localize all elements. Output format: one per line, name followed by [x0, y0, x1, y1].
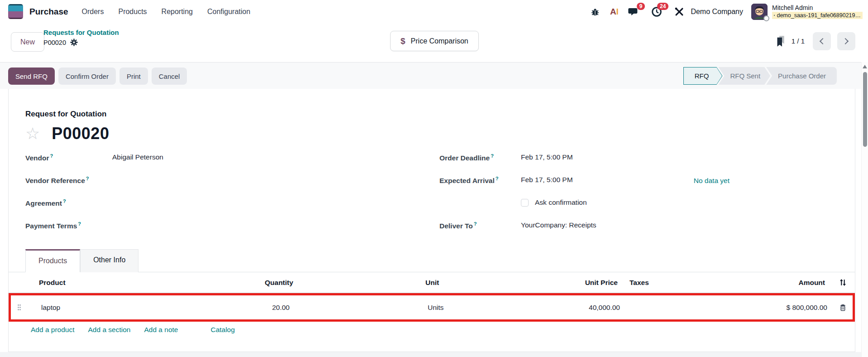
ask-confirmation-checkbox[interactable] — [521, 199, 529, 207]
col-unit-price[interactable]: Unit Price — [539, 279, 618, 287]
form-type-label: Request for Quotation — [25, 110, 838, 119]
cell-product[interactable]: laptop — [27, 304, 267, 312]
send-rfq-button[interactable]: Send RFQ — [8, 68, 55, 85]
col-amount[interactable]: Amount — [672, 279, 830, 287]
activities-clock-icon[interactable]: 24 — [651, 6, 663, 18]
field-payment-terms: Payment Terms? — [25, 219, 424, 242]
deliver-to-value[interactable]: YourCompany: Receipts — [521, 221, 596, 229]
avatar[interactable] — [751, 4, 768, 20]
database-icon — [774, 13, 775, 18]
bottom-strip — [0, 352, 868, 357]
tab-other-info[interactable]: Other Info — [80, 249, 138, 272]
help-icon: ? — [63, 198, 66, 204]
pager-next-button[interactable] — [837, 32, 855, 50]
status-step-rfq[interactable]: RFQ — [683, 67, 723, 85]
catalog-link[interactable]: Catalog — [210, 326, 234, 334]
help-icon: ? — [86, 176, 89, 181]
optional-columns-icon[interactable] — [830, 279, 855, 286]
nav-item-configuration[interactable]: Configuration — [207, 8, 250, 16]
col-product[interactable]: Product — [25, 279, 265, 287]
new-button[interactable]: New — [11, 32, 44, 52]
col-quantity[interactable]: Quantity — [265, 279, 287, 287]
scrollbar-thumb[interactable] — [863, 72, 867, 147]
order-line-row[interactable]: laptop 20.00 Units 40,000.00 $ 800,000.0… — [11, 295, 853, 319]
cell-quantity[interactable]: 20.00 — [267, 304, 290, 312]
apps-menu-icon[interactable] — [8, 4, 23, 19]
cell-unit[interactable]: Units — [428, 304, 541, 312]
control-panel: New Requests for Quotation P00020 $ Pric… — [0, 23, 868, 62]
field-expected-arrival: Expected Arrival? Feb 17, 5:00 PM No dat… — [439, 174, 838, 197]
nav-item-orders[interactable]: Orders — [82, 8, 104, 16]
form-statusbar: Send RFQ Confirm Order Print Cancel RFQ … — [0, 62, 861, 89]
bookmark-icon[interactable] — [776, 35, 785, 47]
chevron-left-icon — [820, 38, 826, 44]
field-vendor-reference: Vendor Reference? — [25, 174, 424, 197]
print-button[interactable]: Print — [119, 68, 148, 85]
field-ask-confirmation: Ask confirmation — [439, 197, 838, 219]
app-name[interactable]: Purchase — [29, 7, 68, 17]
dollar-icon: $ — [401, 36, 405, 46]
order-line-highlight: laptop 20.00 Units 40,000.00 $ 800,000.0… — [9, 293, 855, 322]
cell-unit-price[interactable]: 40,000.00 — [541, 304, 620, 312]
help-icon: ? — [496, 176, 499, 181]
expected-arrival-value[interactable]: Feb 17, 5:00 PM — [521, 176, 573, 184]
cell-amount: $ 800,000.00 — [674, 304, 833, 312]
debug-bug-icon[interactable] — [589, 6, 601, 18]
field-deliver-to: Deliver To? YourCompany: Receipts — [439, 219, 838, 242]
help-icon: ? — [491, 153, 494, 159]
nav-item-reporting[interactable]: Reporting — [162, 8, 193, 16]
help-icon: ? — [474, 221, 477, 227]
top-nav: Purchase Orders Products Reporting Confi… — [0, 0, 868, 23]
delete-line-trash-icon[interactable] — [833, 304, 853, 311]
pager: 1 / 1 — [776, 31, 855, 51]
order-lines-header: Product Quantity Unit Unit Price Taxes A… — [9, 272, 855, 293]
vendor-value[interactable]: Abigail Peterson — [112, 153, 163, 161]
col-unit[interactable]: Unit — [425, 279, 539, 287]
status-step-rfq-sent[interactable]: RFQ Sent — [718, 67, 770, 85]
breadcrumb-current: P00020 — [43, 39, 119, 46]
field-grid: Vendor? Abigail Peterson Vendor Referenc… — [25, 151, 838, 242]
messages-badge: 9 — [637, 3, 645, 10]
breadcrumb: Requests for Quotation P00020 — [43, 29, 119, 46]
ask-confirmation-label: Ask confirmation — [535, 198, 587, 207]
nav-item-products[interactable]: Products — [118, 8, 147, 16]
col-taxes[interactable]: Taxes — [618, 279, 672, 287]
tools-icon[interactable] — [673, 6, 685, 18]
field-order-deadline: Order Deadline? Feb 17, 5:00 PM — [439, 151, 838, 174]
ai-icon[interactable]: AI — [608, 6, 620, 18]
no-data-yet-link[interactable]: No data yet — [694, 177, 730, 185]
status-step-purchase-order[interactable]: Purchase Order — [766, 67, 837, 85]
database-name: demo_saas-191_fafe06890219… — [772, 12, 863, 19]
line-footer-links: Add a product Add a section Add a note C… — [9, 326, 855, 334]
scroll-up-arrow[interactable] — [863, 65, 867, 68]
user-name: Mitchell Admin — [772, 4, 863, 12]
messages-icon[interactable]: 9 — [627, 6, 639, 18]
tab-products[interactable]: Products — [25, 249, 80, 272]
company-switcher[interactable]: Demo Company — [691, 8, 743, 16]
breadcrumb-parent-link[interactable]: Requests for Quotation — [43, 29, 119, 36]
drag-handle-icon[interactable] — [11, 304, 27, 311]
user-status-dot — [763, 15, 769, 21]
add-a-section-link[interactable]: Add a section — [88, 326, 131, 334]
favorite-star-icon[interactable]: ☆ — [25, 125, 40, 142]
price-comparison-button[interactable]: $ Price Comparison — [390, 31, 479, 51]
add-a-note-link[interactable]: Add a note — [144, 326, 178, 334]
vertical-scrollbar[interactable] — [861, 62, 868, 357]
user-info[interactable]: Mitchell Admin demo_saas-191_fafe0689021… — [772, 4, 863, 19]
add-a-product-link[interactable]: Add a product — [31, 326, 75, 334]
cancel-button[interactable]: Cancel — [152, 68, 187, 85]
fields-right-column: Order Deadline? Feb 17, 5:00 PM Expected… — [424, 151, 838, 242]
field-agreement: Agreement? — [25, 197, 424, 219]
fields-left-column: Vendor? Abigail Peterson Vendor Referenc… — [25, 151, 424, 242]
notebook-tabs: Products Other Info — [9, 249, 855, 272]
document-reference: P00020 — [52, 124, 109, 143]
order-deadline-value[interactable]: Feb 17, 5:00 PM — [521, 153, 573, 161]
confirm-order-button[interactable]: Confirm Order — [58, 68, 116, 85]
gear-icon[interactable] — [70, 39, 78, 46]
form-sheet: Request for Quotation ☆ P00020 Vendor? A… — [8, 89, 855, 352]
help-icon: ? — [50, 153, 53, 159]
pager-counter: 1 / 1 — [792, 37, 805, 45]
field-vendor: Vendor? Abigail Peterson — [25, 151, 424, 174]
activities-badge: 24 — [657, 3, 668, 10]
pager-previous-button[interactable] — [813, 32, 831, 50]
